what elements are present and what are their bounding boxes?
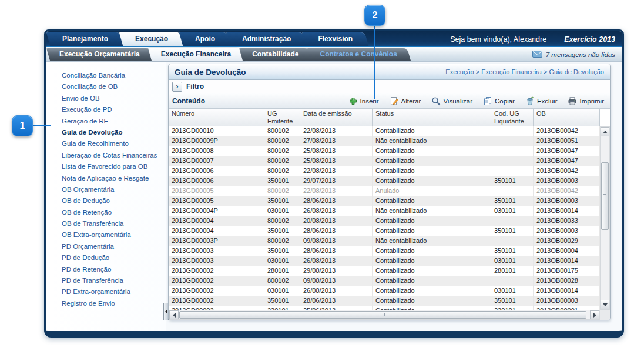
table-row[interactable]: 2013GD0000303010126/08/2013Contabilizado… [169, 256, 600, 266]
content-label: Conteúdo [172, 97, 205, 105]
table-cell: 2013OB00014 [534, 256, 600, 266]
table-row[interactable]: 2013GD0000780010225/08/2013Contabilizado… [169, 156, 600, 166]
vertical-scrollbar[interactable] [600, 126, 610, 310]
table-row[interactable]: 2013GD0000880010225/08/2013Contabilizado… [169, 146, 600, 156]
table-cell: 2013GD00003 [169, 246, 264, 256]
table-row[interactable]: 2013GD0000203010126/08/2013Contabilizado… [169, 286, 600, 296]
scroll-up-button[interactable] [601, 127, 609, 136]
table-cell: Contabilizado [373, 156, 491, 166]
column-header-data-de-emissao[interactable]: Data de emissão [300, 109, 373, 126]
table-cell: 350101 [491, 176, 534, 186]
sidebar-item-lista-de-favorecido-para-ob[interactable]: Lista de Favorecido para OB [46, 161, 166, 172]
table-cell: 2013OB00042 [534, 186, 600, 196]
table-cell: 030101 [264, 206, 300, 216]
horizontal-scroll-thumb[interactable] [179, 311, 586, 319]
panel-title-bar: Guia de Devolução Execução > Execução Fi… [169, 64, 610, 80]
sidebar-item-guia-de-recolhimento[interactable]: Guia de Recolhimento [46, 138, 166, 149]
sidebar-item-nota-de-aplicacao-e-resgate[interactable]: Nota de Aplicação e Resgate [46, 173, 166, 184]
alterar-button[interactable]: Alterar [390, 96, 421, 106]
copiar-button[interactable]: Copiar [483, 96, 515, 106]
column-header-numero[interactable]: Número [169, 109, 264, 126]
toolbar-buttons: InserirAlterarVisualizarCopiarExcluirImp… [348, 96, 604, 106]
menu-tab-administracao[interactable]: Administração [230, 31, 303, 46]
table-row[interactable]: 2013GD0000635010129/07/2013Contabilizado… [169, 176, 600, 186]
sidebar-item-pd-de-deducao[interactable]: PD de Dedução [46, 252, 166, 263]
table-cell: Não contabilizado [373, 236, 491, 246]
table-cell: 800102 [264, 126, 300, 136]
scroll-down-button[interactable] [601, 300, 609, 309]
sidebar-item-geracao-de-re[interactable]: Geração de RE [46, 116, 166, 127]
sidebar-item-pd-orcamentaria[interactable]: PD Orçamentária [46, 241, 166, 252]
sidebar-item-pd-de-transferencia[interactable]: PD de Transferência [46, 275, 166, 286]
menu-tab-execucao[interactable]: Execução [123, 31, 180, 46]
sidebar-item-conciliacao-de-ob[interactable]: Conciliação de OB [46, 81, 166, 92]
sidebar-item-envio-de-ob[interactable]: Envio de OB [46, 93, 166, 104]
sidebar-item-guia-de-devolucao[interactable]: Guia de Devolução [46, 127, 166, 138]
table-cell: 350101 [264, 176, 300, 186]
horizontal-scrollbar[interactable] [169, 310, 600, 320]
app-body: Conciliação BancáriaConciliação de OBEnv… [46, 62, 622, 331]
sidebar-item-conciliacao-bancaria[interactable]: Conciliação Bancária [46, 70, 166, 81]
arrow-right-icon [593, 313, 596, 318]
annotation-badge-2: 2 [364, 5, 385, 26]
exercise-label: Exercício 2013 [564, 35, 615, 44]
table-row[interactable]: 2013GD0000680010222/08/2013Contabilizado… [169, 166, 600, 176]
menu-tab-apoio[interactable]: Apoio [183, 31, 227, 46]
sidebar-item-execucao-de-pd[interactable]: Execução de PD [46, 104, 166, 115]
column-header-ug-emitente[interactable]: UG Emitente [264, 109, 300, 126]
sidebar-item-registro-de-envio[interactable]: Registro de Envio [46, 298, 166, 309]
collapse-arrow-icon [165, 309, 167, 314]
arrow-down-icon [603, 303, 608, 306]
sidebar-item-ob-de-deducao[interactable]: OB de Dedução [46, 195, 166, 206]
scroll-right-button[interactable] [590, 310, 599, 319]
sidebar-item-ob-de-retencao[interactable]: OB de Retenção [46, 207, 166, 218]
menu-tab-planejamento[interactable]: Planejamento [51, 31, 120, 46]
sidebar-item-pd-de-retencao[interactable]: PD de Retenção [46, 264, 166, 275]
sidebar-item-pd-extra-orcamentaria[interactable]: PD Extra-orçamentária [46, 286, 166, 298]
subtab-execucao-financeira[interactable]: Execução Financeira [152, 47, 240, 61]
table-row[interactable]: 2013GD0001080010222/08/2013Contabilizado… [169, 126, 600, 136]
table-cell: 350101 [491, 196, 534, 206]
table-cell [491, 126, 534, 136]
filter-expand-button[interactable]: › [172, 82, 182, 92]
imprimir-button[interactable]: Imprimir [568, 96, 604, 106]
table-cell: 09/08/2013 [300, 276, 373, 286]
table-row[interactable]: 2013GD0000235010128/06/2013Contabilizado… [169, 296, 600, 306]
table-row[interactable]: 2013GD0000335010128/06/2013Contabilizado… [169, 246, 600, 256]
column-header-cod-ug-liquidante[interactable]: Cod. UG Liquidante [491, 109, 534, 126]
sidebar-item-liberacao-de-cotas-financeiras[interactable]: Liberação de Cotas Financeiras [46, 150, 166, 161]
table-cell: 22/08/2013 [300, 166, 373, 176]
scroll-left-button[interactable] [169, 310, 179, 319]
vertical-scroll-thumb[interactable] [601, 162, 609, 230]
table-row[interactable]: 2013GD0000535010128/06/2013Contabilizado… [169, 196, 600, 206]
menu-tab-flexvision[interactable]: Flexvision [306, 31, 364, 46]
table-cell: 2013GD00003 [169, 256, 264, 266]
subtab-execucao-orcamentaria[interactable]: Execução Orçamentária [50, 47, 149, 61]
sidebar-item-ob-orcamentaria[interactable]: OB Orçamentária [46, 184, 166, 195]
subtab-contabilidade[interactable]: Contabilidade [243, 47, 308, 61]
table-row[interactable]: 2013GD00009P80010227/08/2013Não contabil… [169, 136, 600, 146]
column-header-status[interactable]: Status [373, 109, 491, 126]
content-toolbar: Conteúdo InserirAlterarVisualizarCopiarE… [169, 93, 610, 109]
excluir-button[interactable]: Excluir [525, 96, 558, 106]
visualizar-button[interactable]: Visualizar [431, 96, 472, 106]
table-row[interactable]: 2013GD0000480010220/08/2013Contabilizado… [169, 216, 600, 226]
table-cell: 2013GD00002 [169, 286, 264, 296]
table-cell: 030101 [491, 286, 534, 296]
column-header-ob[interactable]: OB [534, 109, 600, 126]
table-cell: Anulado [373, 186, 491, 196]
table-row[interactable]: 2013GD0000435010128/06/2013Contabilizado… [169, 226, 600, 236]
table-row[interactable]: 2013GD0000228010129/08/2013Contabilizado… [169, 266, 600, 276]
table-cell: 2013OB00033 [534, 216, 600, 226]
table-row[interactable]: 2013GD0000580010222/08/2013Anulado2013OB… [169, 186, 600, 196]
table-cell: 28/06/2013 [300, 246, 373, 256]
table-row[interactable]: 2013GD00003P80010209/08/2013Não contabil… [169, 236, 600, 246]
table-row[interactable]: 2013GD00004P03010126/08/2013Não contabil… [169, 206, 600, 216]
messages-indicator[interactable]: 7 mensagens não lidas [532, 47, 615, 62]
subtab-contratos-e-convenios[interactable]: Contratos e Convênios [310, 47, 406, 61]
table-cell: 2013GD00004P [169, 206, 264, 216]
sidebar-item-ob-extra-orcamentaria[interactable]: OB Extra-orçamentária [46, 229, 166, 241]
table-row[interactable]: 2013GD0000280010209/08/2013Contabilizado… [169, 276, 600, 286]
table-cell: 2013OB00003 [534, 176, 600, 186]
sidebar-item-ob-de-transferencia[interactable]: OB de Transferência [46, 218, 166, 229]
